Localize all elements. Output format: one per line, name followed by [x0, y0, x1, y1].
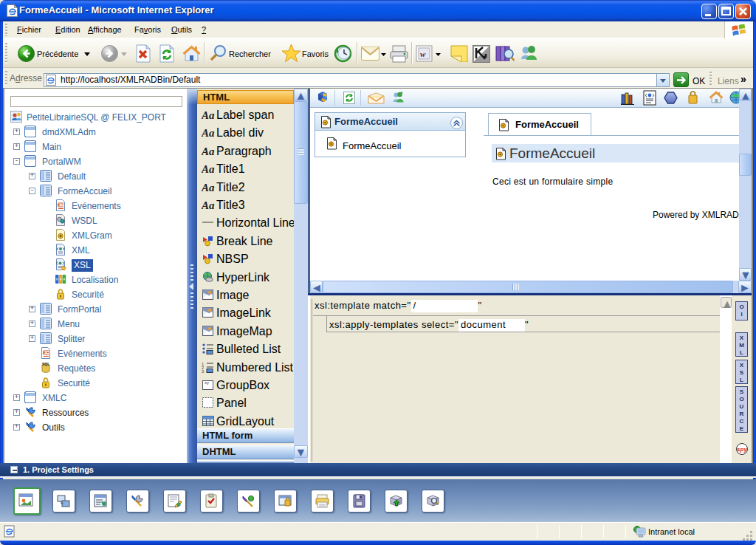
svg-text:xy: xy: [205, 380, 209, 385]
svg-text:w: w: [420, 49, 426, 58]
svg-text:Aa: Aa: [202, 109, 215, 121]
svg-text:SQL: SQL: [42, 362, 49, 366]
svg-text:Aa: Aa: [202, 163, 215, 175]
svg-text:Aa: Aa: [202, 199, 215, 211]
svg-text:Aa: Aa: [202, 182, 215, 193]
svg-text:Aa: Aa: [202, 145, 215, 157]
svg-text:3: 3: [202, 369, 204, 373]
svg-text:Aa: Aa: [202, 127, 215, 139]
